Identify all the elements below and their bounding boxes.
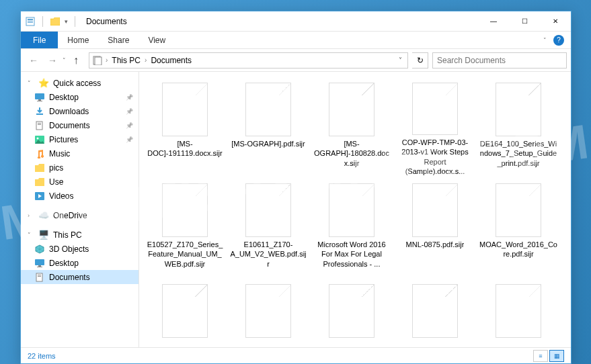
file-name: [MS-OGRAPH]-180828.docx.sijr: [313, 139, 391, 168]
desktop-icon: [34, 92, 45, 103]
file-item[interactable]: COP-WFP-TMP-03-2013-v1 Work Steps Report…: [393, 79, 477, 179]
svg-rect-3: [28, 22, 33, 23]
separator: [42, 16, 43, 27]
music-icon: [34, 148, 45, 159]
navbar: ← → ˅ ↑ › This PC › Documents ˅ ↻: [21, 49, 571, 72]
file-item[interactable]: [310, 280, 393, 347]
nav-this-pc[interactable]: ˅ 🖥️ This PC: [21, 228, 139, 242]
sidebar-item-downloads[interactable]: Downloads: [21, 104, 139, 118]
file-item[interactable]: [477, 280, 560, 347]
file-item[interactable]: [MS-OGRAPH]-180828.docx.sijr: [310, 79, 393, 179]
expand-icon[interactable]: ˅: [28, 232, 34, 238]
monitor-icon: 🖥️: [38, 230, 49, 240]
svg-rect-19: [36, 273, 42, 281]
pictures-icon: [34, 134, 45, 145]
up-button[interactable]: ↑: [67, 52, 85, 69]
file-name: E10527_Z170_Series_Feature_Manual_UM_WEB…: [146, 240, 224, 269]
folder-icon[interactable]: [50, 16, 61, 27]
refresh-button[interactable]: ↻: [412, 52, 428, 69]
nav-quick-access[interactable]: ˅ ⭐ Quick access: [21, 76, 139, 90]
file-icon: [496, 183, 541, 237]
history-dropdown-icon[interactable]: ˅: [63, 57, 66, 64]
desktop-icon: [34, 258, 45, 269]
file-name: MNL-0875.pdf.sijr: [406, 240, 465, 249]
file-name: COP-WFP-TMP-03-2013-v1 Work Steps Report…: [396, 138, 474, 175]
minimize-button[interactable]: —: [478, 11, 509, 32]
nav-onedrive[interactable]: › ☁️ OneDrive: [21, 208, 139, 222]
svg-rect-18: [37, 267, 42, 267]
file-icon: [162, 183, 208, 237]
svg-rect-16: [35, 259, 44, 265]
nav-label: Documents: [49, 121, 90, 130]
documents-icon: [34, 120, 45, 131]
sidebar-item-documents[interactable]: Documents: [21, 270, 139, 284]
sidebar-item-pictures[interactable]: Pictures: [21, 132, 139, 146]
star-icon: ⭐: [38, 78, 49, 89]
help-icon[interactable]: ?: [553, 35, 564, 46]
sidebar-item-documents[interactable]: Documents: [21, 118, 139, 132]
forward-button[interactable]: →: [44, 52, 61, 69]
nav-label: Videos: [49, 191, 73, 201]
sidebar-item-music[interactable]: Music: [21, 146, 139, 161]
nav-label: Downloads: [49, 107, 89, 116]
chevron-right-icon[interactable]: ›: [106, 56, 108, 64]
sidebar-item-videos[interactable]: Videos: [21, 189, 139, 203]
tab-home[interactable]: Home: [58, 32, 98, 48]
close-button[interactable]: ✕: [540, 11, 571, 32]
details-view-button[interactable]: ≡: [533, 350, 548, 362]
file-icon: [412, 83, 458, 135]
explorer-window: ▾ Documents — ☐ ✕ File Home Share View ˅…: [20, 11, 572, 364]
file-list[interactable]: [MS-DOC]-191119.docx.sijr[MS-OGRAPH].pdf…: [139, 72, 571, 347]
address-bar[interactable]: › This PC › Documents ˅: [89, 52, 408, 69]
svg-rect-11: [38, 123, 41, 124]
navigation-pane[interactable]: ˅ ⭐ Quick access DesktopDownloadsDocumen…: [21, 72, 139, 347]
svg-rect-21: [38, 276, 41, 277]
ribbon-collapse-icon[interactable]: ˅: [543, 37, 547, 44]
search-input[interactable]: [437, 56, 562, 65]
file-item[interactable]: [393, 280, 477, 347]
file-item[interactable]: [MS-DOC]-191119.docx.sijr: [143, 79, 227, 179]
sidebar-item-3d-objects[interactable]: 3D Objects: [21, 242, 139, 256]
file-item[interactable]: MNL-0875.pdf.sijr: [393, 179, 477, 280]
nav-label: Quick access: [53, 79, 101, 88]
file-item[interactable]: DE164_100_Series_Windows_7_Setup_Guide_p…: [477, 79, 560, 179]
maximize-button[interactable]: ☐: [509, 11, 540, 32]
file-item[interactable]: MOAC_Word_2016_Core.pdf.sijr: [477, 179, 560, 280]
back-button[interactable]: ←: [25, 52, 42, 69]
sidebar-item-desktop[interactable]: Desktop: [21, 256, 139, 270]
sidebar-item-use[interactable]: Use: [21, 175, 139, 189]
tab-share[interactable]: Share: [98, 32, 139, 48]
icons-view-button[interactable]: ▦: [549, 350, 564, 362]
file-item[interactable]: [227, 280, 310, 347]
file-name: E10611_Z170-A_UM_V2_WEB.pdf.sijr: [229, 240, 307, 269]
expand-icon[interactable]: ›: [28, 212, 34, 219]
file-icon: [329, 183, 375, 237]
svg-rect-8: [37, 101, 42, 101]
file-item[interactable]: Microsoft Word 2016 For Max For Legal Pr…: [310, 179, 393, 280]
documents-icon: [34, 272, 45, 283]
address-dropdown-icon[interactable]: ˅: [396, 56, 405, 64]
file-icon: [496, 284, 541, 338]
file-item[interactable]: [MS-OGRAPH].pdf.sijr: [227, 79, 310, 179]
svg-rect-12: [38, 124, 41, 125]
breadcrumb-documents[interactable]: Documents: [149, 56, 193, 65]
svg-point-14: [37, 137, 39, 139]
file-item[interactable]: [143, 280, 227, 347]
qat-dropdown-icon[interactable]: ▾: [65, 18, 68, 25]
nav-label: Documents: [49, 273, 90, 282]
file-item[interactable]: E10611_Z170-A_UM_V2_WEB.pdf.sijr: [227, 179, 310, 280]
chevron-right-icon[interactable]: ›: [145, 56, 147, 64]
file-icon: [329, 83, 375, 136]
tab-view[interactable]: View: [139, 32, 175, 48]
svg-rect-20: [38, 275, 41, 275]
documents-icon: [92, 55, 103, 66]
search-box[interactable]: [432, 52, 567, 69]
expand-icon[interactable]: ˅: [28, 80, 34, 87]
svg-rect-5: [95, 57, 102, 65]
sidebar-item-pics[interactable]: pics: [21, 161, 139, 175]
file-item[interactable]: E10527_Z170_Series_Feature_Manual_UM_WEB…: [143, 179, 227, 280]
file-tab[interactable]: File: [21, 32, 58, 48]
sidebar-item-desktop[interactable]: Desktop: [21, 90, 139, 104]
nav-label: Use: [49, 177, 63, 187]
breadcrumb-thispc[interactable]: This PC: [110, 56, 142, 65]
